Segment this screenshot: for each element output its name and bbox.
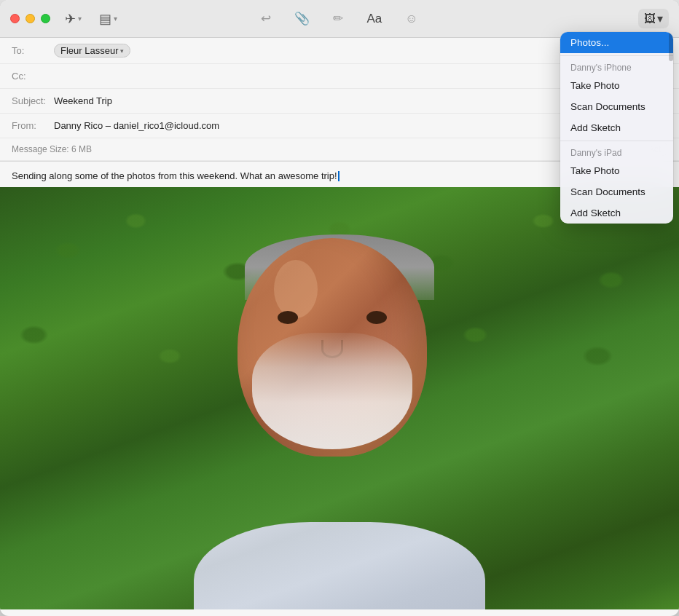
person-head [238, 238, 441, 471]
text-cursor [338, 171, 340, 181]
beard [252, 333, 412, 449]
shirt [194, 522, 485, 609]
send-button[interactable]: ✈ ▾ [60, 8, 86, 30]
menu-item-ipad-sketch[interactable]: Add Sketch [560, 202, 673, 224]
traffic-lights [10, 14, 50, 23]
recipient-name: Fleur Lasseur [60, 45, 118, 56]
close-button[interactable] [10, 14, 20, 23]
message-size-label: Message Size: [12, 144, 69, 154]
recipient-chevron-icon: ▾ [120, 47, 124, 55]
subject-value[interactable]: Weekend Trip [54, 95, 112, 106]
menu-divider-2 [560, 141, 673, 141]
emoji-icon: ☺ [405, 12, 417, 25]
face-highlight [274, 260, 318, 318]
to-label: To: [12, 45, 54, 56]
subject-label: Subject: [12, 95, 54, 106]
eye-right [366, 311, 387, 324]
scrollbar-thumb[interactable] [669, 32, 673, 61]
compose-button[interactable]: ✏ [329, 8, 348, 29]
layout-icon: ▤ [99, 11, 111, 27]
layout-chevron-icon: ▾ [114, 15, 117, 23]
toolbar-right: 🖼 ▾ [638, 9, 669, 28]
insert-media-button[interactable]: 🖼 ▾ [638, 9, 669, 28]
face [238, 238, 427, 457]
reply-icon: ↩ [261, 12, 271, 25]
menu-item-ipad-take-photo[interactable]: Take Photo [560, 160, 673, 181]
from-value: Danny Rico – daniel_rico1@icloud.com [54, 120, 219, 131]
ipad-section-header: Danny's iPad [560, 143, 673, 160]
eye-left [278, 311, 298, 324]
attach-icon: 📎 [294, 12, 310, 25]
layout-button[interactable]: ▤ ▾ [95, 8, 122, 30]
mail-window: ✈ ▾ ▤ ▾ ↩ 📎 ✏ Aa ☺ [0, 0, 679, 616]
from-label: From: [12, 120, 54, 131]
recipient-chip[interactable]: Fleur Lasseur ▾ [54, 44, 130, 58]
insert-media-dropdown: Photos... Danny's iPhone Take Photo Scan… [560, 32, 673, 224]
minimize-button[interactable] [25, 14, 35, 23]
body-text: Sending along some of the photos from th… [12, 170, 337, 181]
menu-divider-1 [560, 55, 673, 56]
photo-container [0, 187, 679, 609]
person-figure [128, 216, 551, 609]
menu-item-photos[interactable]: Photos... [560, 32, 673, 53]
toolbar-center: ↩ 📎 ✏ Aa ☺ [256, 8, 422, 29]
emoji-button[interactable]: ☺ [401, 9, 422, 29]
photo-background [0, 187, 679, 609]
toolbar-left: ✈ ▾ ▤ ▾ [60, 8, 122, 30]
insert-chevron-icon: ▾ [657, 12, 663, 25]
send-icon: ✈ [65, 11, 76, 27]
compose-icon: ✏ [333, 12, 343, 25]
attach-button[interactable]: 📎 [290, 8, 314, 29]
menu-item-iphone-scan[interactable]: Scan Documents [560, 96, 673, 117]
iphone-section-header: Danny's iPhone [560, 58, 673, 75]
cc-label: Cc: [12, 71, 54, 82]
menu-item-iphone-take-photo[interactable]: Take Photo [560, 75, 673, 96]
menu-item-ipad-scan[interactable]: Scan Documents [560, 181, 673, 202]
message-body[interactable]: Sending along some of the photos from th… [0, 162, 679, 616]
format-icon: Aa [366, 12, 382, 25]
message-size-value: 6 MB [71, 144, 92, 154]
maximize-button[interactable] [41, 14, 50, 23]
message-size: Message Size: 6 MB [12, 144, 92, 154]
format-button[interactable]: Aa [362, 9, 386, 29]
reply-button[interactable]: ↩ [256, 8, 275, 29]
send-chevron-icon: ▾ [78, 15, 82, 23]
menu-item-iphone-sketch[interactable]: Add Sketch [560, 117, 673, 138]
insert-media-icon: 🖼 [644, 12, 656, 25]
